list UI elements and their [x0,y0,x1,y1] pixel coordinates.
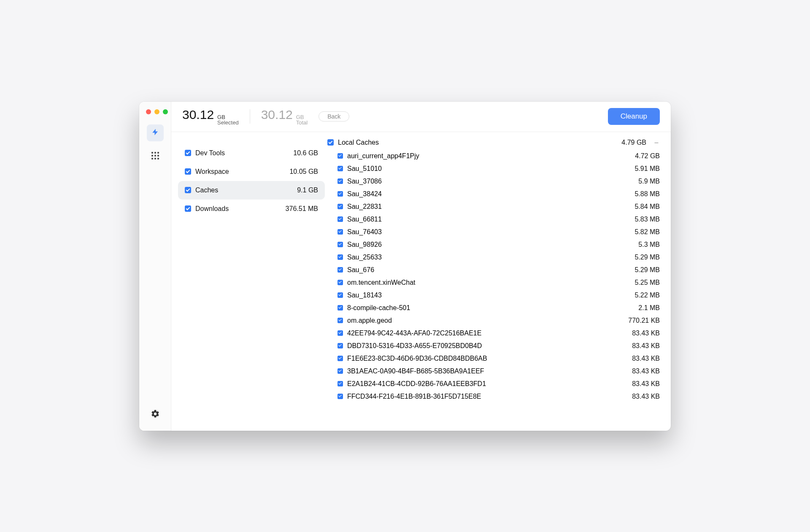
file-name: Sau_22831 [347,203,630,211]
file-name: Sau_51010 [347,165,630,173]
category-checkbox[interactable] [185,150,191,156]
back-button[interactable]: Back [319,111,349,122]
file-row[interactable]: DBD7310-5316-4D33-A655-E70925BD0B4D83.43… [327,340,662,352]
file-name: FFCD344-F216-4E1B-891B-361F5D715E8E [347,393,628,400]
settings-button[interactable] [147,406,164,423]
file-checkbox[interactable] [338,368,343,374]
header-divider [250,109,250,124]
category-list: Dev Tools10.6 GBWorkspace10.05 GBCaches9… [171,132,327,431]
file-checkbox[interactable] [338,191,343,197]
file-checkbox[interactable] [338,356,343,361]
file-size: 5.83 MB [634,216,660,223]
file-row[interactable]: FFCD344-F216-4E1B-891B-361F5D715E8E83.43… [327,390,662,403]
file-name: 42EE794-9C42-443A-AFA0-72C2516BAE1E [347,329,628,337]
file-checkbox[interactable] [338,343,343,348]
file-row[interactable]: 8-compile-cache-5012.1 MB [327,302,662,314]
file-checkbox[interactable] [338,330,343,336]
file-row[interactable]: Sau_668115.83 MB [327,213,662,226]
file-row[interactable]: om.tencent.xinWeChat5.25 MB [327,276,662,289]
file-name: 8-compile-cache-501 [347,304,634,312]
file-size: 83.43 KB [632,393,660,400]
category-row[interactable]: Caches9.1 GB [178,181,325,200]
category-name: Caches [195,186,293,194]
file-size: 83.43 KB [632,342,660,350]
category-checkbox[interactable] [185,205,191,212]
file-size: 5.29 MB [634,254,660,261]
maximize-window-button[interactable] [163,109,168,114]
file-name: Sau_18143 [347,292,630,299]
group-name: Local Caches [338,139,617,146]
collapse-icon[interactable]: – [653,139,660,146]
group-row[interactable]: Local Caches4.79 GB– [327,135,662,150]
file-row[interactable]: om.apple.geod770.21 KB [327,314,662,327]
total-value: 30.12 [261,108,293,122]
file-row[interactable]: Sau_384245.88 MB [327,188,662,200]
category-row[interactable]: Downloads376.51 MB [178,200,325,218]
total-stat: 30.12 GB Total [261,108,308,126]
minimize-window-button[interactable] [154,109,159,114]
file-size: 5.22 MB [634,292,660,299]
file-row[interactable]: 3B1AEAC-0A90-4B4F-B685-5B36BA9A1EEF83.43… [327,365,662,378]
file-checkbox[interactable] [338,381,343,386]
category-name: Downloads [195,205,281,213]
bolt-icon [151,127,159,138]
category-size: 10.6 GB [293,149,318,157]
file-size: 5.25 MB [634,279,660,286]
file-size: 83.43 KB [632,355,660,362]
file-checkbox[interactable] [338,242,343,247]
file-size: 83.43 KB [632,380,660,388]
file-row[interactable]: Sau_256335.29 MB [327,251,662,264]
app-window: 30.12 GB Selected 30.12 GB Total Back Cl… [139,102,671,431]
file-checkbox[interactable] [338,178,343,184]
close-window-button[interactable] [146,109,151,114]
file-checkbox[interactable] [338,305,343,311]
selected-stat: 30.12 GB Selected [182,108,239,126]
file-checkbox[interactable] [338,166,343,171]
file-row[interactable]: Sau_181435.22 MB [327,289,662,302]
file-name: Sau_98926 [347,241,634,248]
header: 30.12 GB Selected 30.12 GB Total Back Cl… [171,102,671,132]
file-row[interactable]: Sau_510105.91 MB [327,162,662,175]
file-row[interactable]: Sau_6765.29 MB [327,264,662,276]
category-row[interactable]: Dev Tools10.6 GB [178,144,325,162]
file-name: Sau_38424 [347,190,630,198]
file-checkbox[interactable] [338,267,343,273]
category-name: Dev Tools [195,149,289,157]
file-size: 5.3 MB [638,241,660,248]
file-name: auri_current_app4F1Pjy [347,152,631,160]
file-row[interactable]: E2A1B24-41CB-4CDD-92B6-76AA1EEB3FD183.43… [327,378,662,390]
file-row[interactable]: Sau_228315.84 MB [327,200,662,213]
cleanup-button[interactable]: Cleanup [608,108,660,125]
file-name: 3B1AEAC-0A90-4B4F-B685-5B36BA9A1EEF [347,367,628,375]
file-checkbox[interactable] [338,394,343,399]
group-checkbox[interactable] [327,139,334,146]
file-checkbox[interactable] [338,292,343,298]
file-checkbox[interactable] [338,216,343,222]
file-checkbox[interactable] [338,318,343,323]
body: Dev Tools10.6 GBWorkspace10.05 GBCaches9… [171,132,671,431]
gear-icon [151,409,160,420]
file-row[interactable]: Sau_370865.9 MB [327,175,662,188]
file-checkbox[interactable] [338,204,343,209]
category-checkbox[interactable] [185,187,191,193]
file-size: 5.88 MB [634,190,660,198]
file-row[interactable]: auri_current_app4F1Pjy4.72 GB [327,150,662,162]
file-checkbox[interactable] [338,153,343,159]
window-controls [139,106,171,124]
nav-apps-button[interactable] [147,147,164,164]
category-checkbox[interactable] [185,168,191,175]
file-checkbox[interactable] [338,229,343,235]
file-row[interactable]: Sau_764035.82 MB [327,226,662,238]
content-area: 30.12 GB Selected 30.12 GB Total Back Cl… [171,102,671,431]
category-row[interactable]: Workspace10.05 GB [178,162,325,181]
file-row[interactable]: F1E6E23-8C3D-46D6-9D36-CDBD84BDB6AB83.43… [327,352,662,365]
file-size: 5.82 MB [634,228,660,236]
nav-flash-button[interactable] [147,124,164,141]
file-checkbox[interactable] [338,280,343,285]
file-row[interactable]: Sau_989265.3 MB [327,238,662,251]
total-unit: GB [296,114,308,120]
group-size: 4.79 GB [621,139,649,146]
file-checkbox[interactable] [338,254,343,260]
file-row[interactable]: 42EE794-9C42-443A-AFA0-72C2516BAE1E83.43… [327,327,662,340]
file-size: 5.29 MB [634,266,660,274]
